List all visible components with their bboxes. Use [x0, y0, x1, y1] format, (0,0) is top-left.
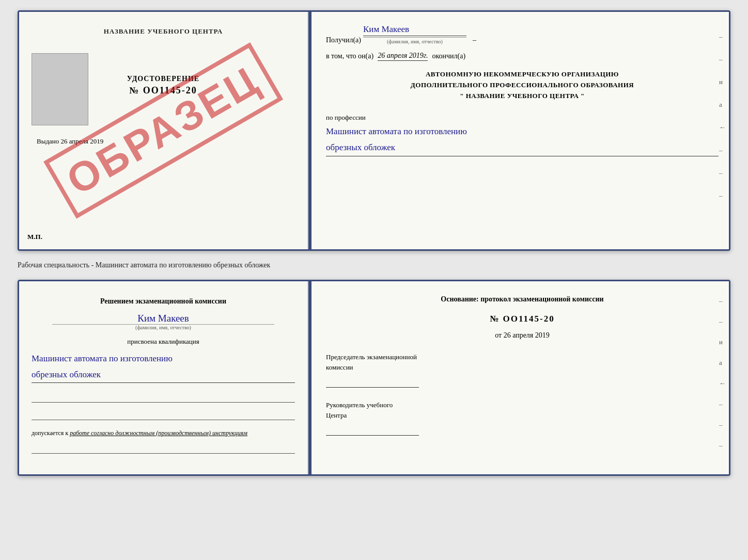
side-mark-5: ← — [719, 123, 726, 132]
recipient-line: Получил(а) Ким Макеев (фамилия, имя, отч… — [326, 24, 719, 44]
допускается-prefix: допускается к — [32, 429, 68, 437]
side-marks-bottom: – – и а ← – – – — [719, 297, 726, 450]
cert-school-title: НАЗВАНИЕ УЧЕБНОГО ЦЕНТРА — [104, 27, 223, 36]
issued-date-value: 26 апреля 2019 — [61, 137, 104, 145]
blank-line-2 — [32, 411, 295, 420]
profession-block: по профессии Машинист автомата по изгото… — [326, 114, 719, 156]
profession-value: Машинист автомата по изготовлению обрезн… — [326, 124, 719, 156]
basis-title: Основание: протокол экзаменационной коми… — [326, 294, 719, 305]
chairman-label1: Председатель экзаменационной — [326, 352, 719, 362]
top-document: НАЗВАНИЕ УЧЕБНОГО ЦЕНТРА УДОСТОВЕРЕНИЕ №… — [18, 10, 730, 251]
recipient-name-block: Ким Макеев (фамилия, имя, отчество) — [363, 24, 466, 44]
org-line1: АВТОНОМНУЮ НЕКОММЕРЧЕСКУЮ ОРГАНИЗАЦИЮ — [326, 69, 719, 80]
допускается-block: допускается к работе согласно должностны… — [32, 429, 295, 437]
org-line2: ДОПОЛНИТЕЛЬНОГО ПРОФЕССИОНАЛЬНОГО ОБРАЗО… — [326, 80, 719, 91]
chairman-label2: комиссии — [326, 362, 719, 373]
photo-placeholder — [32, 53, 88, 125]
side-mark-4: а — [719, 101, 726, 109]
bside-mark-5: ← — [719, 379, 726, 388]
recipient-name: Ким Макеев — [363, 24, 466, 36]
date-suffix: окончил(а) — [432, 52, 465, 60]
protocol-date-value: 26 апреля 2019 — [504, 331, 550, 339]
qual-line2: обрезных обложек — [32, 370, 101, 379]
допускается-text: работе согласно должностным (производств… — [70, 429, 247, 437]
date-value: 26 апреля 2019г. — [378, 52, 428, 61]
bside-mark-7: – — [719, 421, 726, 429]
top-left-page: НАЗВАНИЕ УЧЕБНОГО ЦЕНТРА УДОСТОВЕРЕНИЕ №… — [19, 12, 308, 249]
date-line: в том, что он(а) 26 апреля 2019г. окончи… — [326, 52, 719, 61]
bside-mark-4: а — [719, 359, 726, 367]
qual-line1: Машинист автомата по изготовлению — [32, 354, 173, 363]
director-block: Руководитель учебного Центра — [326, 400, 719, 436]
director-signature-line — [326, 423, 419, 436]
bside-mark-8: – — [719, 441, 726, 450]
bottom-right-page: Основание: протокол экзаменационной коми… — [311, 281, 729, 474]
date-prefix: в том, что он(а) — [326, 52, 373, 60]
issued-prefix: Выдано — [37, 137, 59, 145]
commission-title: Решением экзаменационной комиссии — [32, 296, 295, 307]
side-mark-6: – — [719, 146, 726, 154]
blank-line-1 — [32, 393, 295, 403]
side-mark-8: – — [719, 191, 726, 200]
chairman-signature-line — [326, 375, 419, 388]
bottom-document: Решением экзаменационной комиссии Ким Ма… — [18, 280, 730, 476]
date-from-prefix: от — [495, 331, 502, 339]
bside-mark-2: – — [719, 317, 726, 326]
qualification-value: Машинист автомата по изготовлению обрезн… — [32, 351, 295, 383]
chairman-block: Председатель экзаменационной комиссии — [326, 352, 719, 388]
dash-sep: – — [473, 36, 476, 44]
blank-lines — [32, 393, 295, 420]
issued-date: Выдано 26 апреля 2019 — [37, 137, 103, 146]
profession-prefix: по профессии — [326, 114, 366, 121]
side-mark-1: – — [719, 33, 726, 41]
profession-line2: обрезных обложек — [326, 142, 395, 152]
org-line3: " НАЗВАНИЕ УЧЕБНОГО ЦЕНТРА " — [326, 91, 719, 102]
protocol-number: № OO1145-20 — [326, 314, 719, 324]
org-block: АВТОНОМНУЮ НЕКОММЕРЧЕСКУЮ ОРГАНИЗАЦИЮ ДО… — [326, 69, 719, 101]
qualification-label: присвоена квалификация — [32, 338, 295, 346]
blank-line-3 — [32, 444, 295, 454]
side-mark-2: – — [719, 55, 726, 63]
director-label2: Центра — [326, 410, 719, 421]
top-right-page: Получил(а) Ким Макеев (фамилия, имя, отч… — [311, 12, 729, 249]
bside-mark-3: и — [719, 338, 726, 346]
protocol-date: от 26 апреля 2019 — [326, 331, 719, 340]
bside-mark-6: – — [719, 400, 726, 408]
person-block: Ким Макеев (фамилия, имя, отчество) — [32, 311, 295, 330]
person-sublabel: (фамилия, имя, отчество) — [52, 324, 274, 330]
director-label1: Руководитель учебного — [326, 400, 719, 410]
recipient-sublabel: (фамилия, имя, отчество) — [363, 37, 466, 44]
recipient-prefix: Получил(а) — [326, 36, 361, 44]
person-name: Ким Макеев — [32, 313, 295, 324]
side-mark-3: и — [719, 78, 726, 86]
bottom-left-page: Решением экзаменационной комиссии Ким Ма… — [19, 281, 308, 474]
bside-mark-1: – — [719, 297, 726, 305]
profession-line1: Машинист автомата по изготовлению — [326, 126, 467, 136]
side-mark-7: – — [719, 169, 726, 177]
caption-line: Рабочая специальность - Машинист автомат… — [18, 259, 730, 271]
mp-label: М.П. — [27, 233, 42, 241]
side-marks: – – и а ← – – – — [719, 33, 726, 200]
